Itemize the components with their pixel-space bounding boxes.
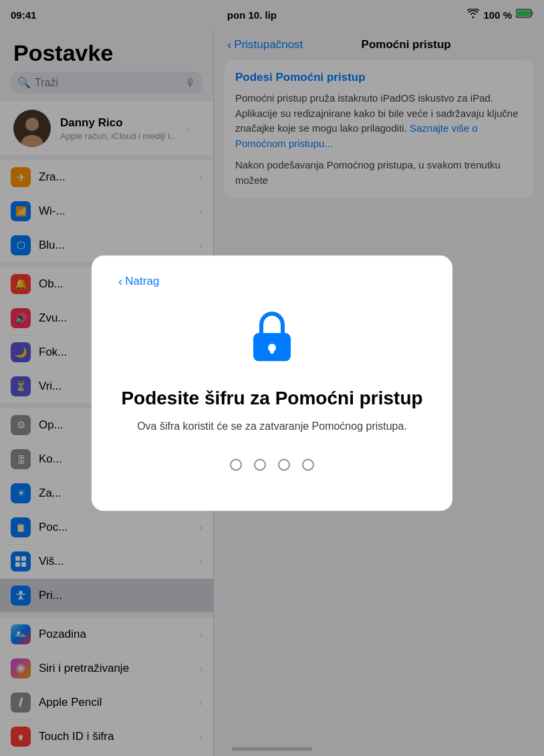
pin-dot-3	[278, 459, 290, 471]
lock-icon	[248, 309, 296, 371]
pin-modal: ‹ Natrag Podesite šifru za Pomoćni prist…	[92, 255, 452, 511]
modal-back-label: Natrag	[125, 275, 159, 288]
pin-dots	[230, 459, 314, 471]
pin-dot-1	[230, 459, 242, 471]
modal-back-chevron: ‹	[118, 274, 122, 289]
svg-rect-23	[270, 347, 274, 354]
modal-back-button[interactable]: ‹ Natrag	[118, 274, 159, 289]
home-indicator	[232, 747, 312, 751]
modal-subtitle: Ova šifra koristit će se za zatvaranje P…	[137, 418, 407, 434]
modal-title: Podesite šifru za Pomoćni pristup	[121, 387, 422, 410]
pin-dot-2	[254, 459, 266, 471]
pin-dot-4	[302, 459, 314, 471]
